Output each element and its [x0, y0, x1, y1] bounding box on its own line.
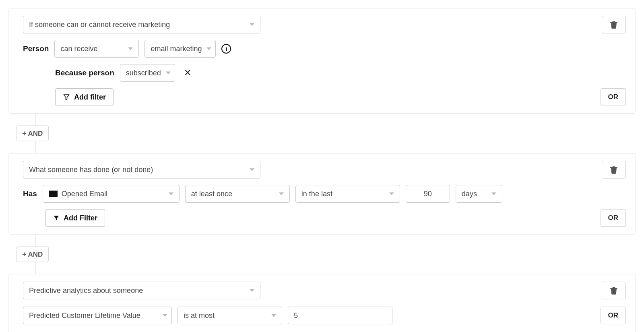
operator-select[interactable]: is at most — [178, 307, 282, 324]
chevron-down-icon — [279, 193, 284, 195]
subject-label: Person — [23, 44, 49, 53]
add-filter-button[interactable]: Add Filter — [45, 209, 105, 227]
rule-type-label: Predictive analytics about someone — [29, 286, 143, 295]
plus-icon: + — [22, 250, 27, 259]
threshold-input[interactable] — [288, 307, 392, 324]
rule-card: What someone has done (or not done) Has … — [8, 153, 636, 234]
timewindow-select[interactable]: in the last — [295, 185, 400, 203]
metric-value: Opened Email — [62, 190, 107, 198]
channel-value: email marketing — [151, 45, 202, 53]
and-chip[interactable]: + AND — [16, 247, 49, 262]
subject-label: Has — [23, 189, 37, 198]
chevron-down-icon — [128, 48, 133, 50]
and-label: AND — [28, 129, 43, 137]
rule-card: Predictive analytics about someone Predi… — [8, 274, 636, 332]
or-label: OR — [608, 214, 619, 222]
or-button[interactable]: OR — [601, 209, 626, 227]
chevron-down-icon — [206, 48, 211, 50]
can-receive-select[interactable]: can receive — [54, 40, 139, 58]
chevron-down-icon — [163, 314, 167, 317]
operator-value: is at most — [184, 311, 215, 320]
frequency-select[interactable]: at least once — [185, 185, 290, 203]
predictive-metric-select[interactable]: Predicted Customer Lifetime Value — [23, 307, 172, 324]
trash-icon — [610, 166, 617, 174]
predictive-metric-value: Predicted Customer Lifetime Value — [29, 311, 140, 320]
rule-card: If someone can or cannot receive marketi… — [8, 8, 636, 114]
metric-select[interactable]: Opened Email — [43, 185, 180, 203]
funnel-solid-icon — [53, 215, 60, 221]
channel-select[interactable]: email marketing — [144, 40, 216, 58]
rule-type-select[interactable]: If someone can or cannot receive marketi… — [23, 16, 260, 33]
or-label: OR — [608, 93, 619, 101]
timewindow-value-input[interactable] — [406, 185, 450, 203]
connector: + AND — [8, 114, 636, 153]
plus-icon: + — [22, 129, 27, 138]
tag-icon — [49, 191, 58, 197]
and-label: AND — [28, 250, 43, 258]
timewindow-unit-select[interactable]: days — [456, 185, 502, 203]
timewindow-value: in the last — [301, 190, 332, 198]
chevron-down-icon — [250, 289, 254, 292]
chevron-down-icon — [389, 193, 394, 195]
chevron-down-icon — [166, 72, 171, 75]
add-filter-button[interactable]: Add filter — [55, 88, 114, 106]
chevron-down-icon — [250, 168, 254, 171]
chevron-down-icon — [271, 314, 276, 317]
and-chip[interactable]: + AND — [16, 126, 49, 141]
add-filter-label: Add filter — [74, 93, 106, 102]
trash-icon — [610, 21, 617, 29]
rule-type-select[interactable]: What someone has done (or not done) — [23, 161, 260, 178]
trash-icon — [610, 286, 617, 295]
rule-type-label: If someone can or cannot receive marketi… — [29, 21, 170, 29]
delete-rule-button[interactable] — [602, 16, 626, 33]
can-receive-value: can receive — [60, 45, 97, 53]
reason-value: subscribed — [126, 69, 161, 77]
frequency-value: at least once — [191, 190, 232, 198]
delete-rule-button[interactable] — [602, 282, 626, 299]
delete-rule-button[interactable] — [602, 161, 626, 178]
connector: + AND — [8, 234, 636, 274]
chevron-down-icon — [491, 193, 496, 195]
rule-type-label: What someone has done (or not done) — [29, 166, 153, 174]
chevron-down-icon — [169, 193, 173, 195]
or-button[interactable]: OR — [601, 88, 626, 106]
info-icon[interactable]: i — [221, 44, 231, 54]
or-button[interactable]: OR — [601, 307, 626, 324]
add-filter-label: Add Filter — [64, 214, 97, 222]
reason-select[interactable]: subscribed — [120, 64, 175, 82]
rule-type-select[interactable]: Predictive analytics about someone — [23, 282, 260, 299]
timewindow-unit-value: days — [462, 190, 477, 198]
or-label: OR — [608, 311, 619, 320]
funnel-outline-icon — [63, 93, 70, 101]
remove-subfilter-button[interactable]: ✕ — [181, 66, 194, 80]
because-label: Because person — [55, 68, 114, 77]
chevron-down-icon — [250, 23, 254, 26]
